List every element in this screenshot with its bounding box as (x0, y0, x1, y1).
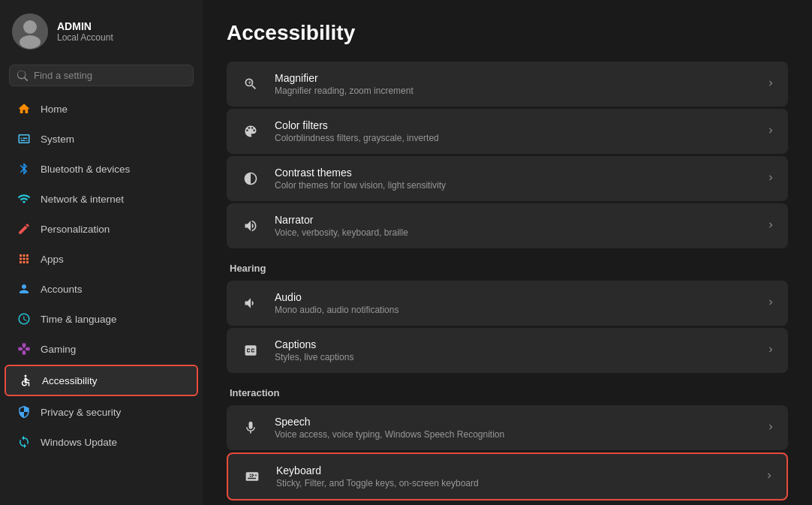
sidebar-item-label-update: Windows Update (41, 437, 117, 448)
user-profile[interactable]: ADMIN Local Account (0, 0, 203, 62)
keyboard-icon (240, 464, 264, 488)
user-name: ADMIN (57, 20, 113, 32)
speech-text: SpeechVoice access, voice typing, Window… (275, 416, 753, 440)
personalization-icon (17, 221, 32, 236)
accounts-icon (17, 281, 32, 296)
home-icon (17, 101, 32, 116)
settings-item-narrator[interactable]: NarratorVoice, verbosity, keyboard, brai… (227, 203, 788, 248)
magnifier-title: Magnifier (275, 72, 753, 84)
contrast-themes-text: Contrast themesColor themes for low visi… (275, 167, 753, 191)
sidebar-item-label-time: Time & language (41, 314, 117, 325)
speech-chevron-icon (765, 422, 776, 434)
privacy-icon (17, 404, 32, 419)
magnifier-chevron-icon (765, 78, 776, 91)
color-filters-icon (239, 119, 263, 143)
settings-item-contrast-themes[interactable]: Contrast themesColor themes for low visi… (227, 156, 788, 201)
contrast-themes-description: Color themes for low vision, light sensi… (275, 180, 753, 191)
main-content: Accessibility MagnifierMagnifier reading… (203, 0, 812, 505)
sidebar-item-label-apps: Apps (41, 254, 64, 265)
sidebar-item-accessibility[interactable]: Accessibility (5, 365, 198, 396)
svg-point-3 (25, 375, 27, 377)
sidebar-item-system[interactable]: System (5, 125, 198, 153)
color-filters-description: Colorblindness filters, grayscale, inver… (275, 133, 753, 143)
sidebar-item-home[interactable]: Home (5, 95, 198, 123)
magnifier-description: Magnifier reading, zoom increment (275, 86, 753, 96)
color-filters-text: Color filtersColorblindness filters, gra… (275, 119, 753, 143)
sidebar-item-network[interactable]: Network & internet (5, 185, 198, 213)
keyboard-title: Keyboard (276, 464, 752, 476)
keyboard-description: Sticky, Filter, and Toggle keys, on-scre… (276, 478, 752, 488)
sidebar-item-privacy[interactable]: Privacy & security (5, 398, 198, 426)
system-icon (17, 131, 32, 146)
svg-point-1 (23, 20, 37, 34)
narrator-title: Narrator (275, 214, 753, 226)
apps-icon (17, 251, 32, 266)
keyboard-chevron-icon (764, 470, 774, 483)
section-header-interaction: Interaction (227, 375, 788, 403)
user-account-type: Local Account (57, 32, 113, 43)
audio-description: Mono audio, audio notifications (275, 305, 753, 315)
settings-item-speech[interactable]: SpeechVoice access, voice typing, Window… (227, 405, 788, 450)
sidebar-item-label-gaming: Gaming (41, 344, 76, 355)
color-filters-chevron-icon (765, 125, 776, 138)
settings-item-magnifier[interactable]: MagnifierMagnifier reading, zoom increme… (227, 62, 788, 107)
captions-icon (239, 338, 263, 362)
sidebar-item-apps[interactable]: Apps (5, 245, 198, 273)
settings-item-audio[interactable]: AudioMono audio, audio notifications (227, 281, 788, 326)
sidebar-item-accounts[interactable]: Accounts (5, 275, 198, 303)
sidebar-item-label-privacy: Privacy & security (41, 407, 121, 418)
sidebar-item-bluetooth[interactable]: Bluetooth & devices (5, 155, 198, 183)
narrator-text: NarratorVoice, verbosity, keyboard, brai… (275, 214, 753, 238)
settings-item-captions[interactable]: CaptionsStyles, live captions (227, 328, 788, 373)
contrast-themes-chevron-icon (765, 173, 776, 185)
sidebar-item-label-accounts: Accounts (41, 284, 83, 295)
keyboard-text: KeyboardSticky, Filter, and Toggle keys,… (276, 464, 752, 488)
captions-text: CaptionsStyles, live captions (275, 338, 753, 362)
contrast-themes-title: Contrast themes (275, 167, 753, 179)
sidebar-item-label-system: System (41, 134, 74, 145)
speech-title: Speech (275, 416, 753, 428)
magnifier-icon (239, 72, 263, 96)
sidebar-item-label-accessibility: Accessibility (42, 375, 98, 386)
sidebar-item-label-network: Network & internet (41, 194, 124, 205)
page-title: Accessibility (227, 21, 788, 45)
search-input[interactable] (34, 70, 185, 81)
narrator-icon (239, 214, 263, 238)
user-info: ADMIN Local Account (57, 20, 113, 43)
speech-icon (239, 416, 263, 440)
bluetooth-icon (17, 161, 32, 176)
sidebar-item-personalization[interactable]: Personalization (5, 215, 198, 243)
narrator-chevron-icon (765, 220, 776, 233)
sidebar-item-update[interactable]: Windows Update (5, 428, 198, 456)
update-icon (17, 434, 32, 449)
accessibility-icon (18, 373, 33, 388)
captions-description: Styles, live captions (275, 352, 753, 362)
color-filters-title: Color filters (275, 119, 753, 131)
sidebar-item-label-bluetooth: Bluetooth & devices (41, 164, 130, 175)
audio-chevron-icon (765, 297, 776, 310)
sidebar-item-label-home: Home (41, 104, 68, 115)
sidebar-item-gaming[interactable]: Gaming (5, 335, 198, 363)
audio-title: Audio (275, 291, 753, 303)
svg-point-2 (20, 35, 41, 49)
speech-description: Voice access, voice typing, Windows Spee… (275, 429, 753, 440)
sidebar-item-label-personalization: Personalization (41, 224, 110, 235)
settings-item-color-filters[interactable]: Color filtersColorblindness filters, gra… (227, 109, 788, 154)
search-box[interactable] (9, 65, 194, 86)
contrast-themes-icon (239, 167, 263, 191)
audio-icon (239, 291, 263, 315)
narrator-description: Voice, verbosity, keyboard, braille (275, 227, 753, 238)
sidebar: ADMIN Local Account HomeSystemBluetooth … (0, 0, 203, 505)
sidebar-item-time[interactable]: Time & language (5, 305, 198, 333)
captions-title: Captions (275, 338, 753, 350)
search-icon (17, 71, 28, 81)
nav-items: HomeSystemBluetooth & devicesNetwork & i… (0, 94, 203, 505)
avatar (12, 14, 48, 50)
audio-text: AudioMono audio, audio notifications (275, 291, 753, 315)
captions-chevron-icon (765, 344, 776, 357)
settings-list: MagnifierMagnifier reading, zoom increme… (227, 62, 788, 500)
time-icon (17, 311, 32, 326)
network-icon (17, 191, 32, 206)
settings-item-keyboard[interactable]: KeyboardSticky, Filter, and Toggle keys,… (227, 452, 788, 500)
section-header-hearing: Hearing (227, 251, 788, 278)
